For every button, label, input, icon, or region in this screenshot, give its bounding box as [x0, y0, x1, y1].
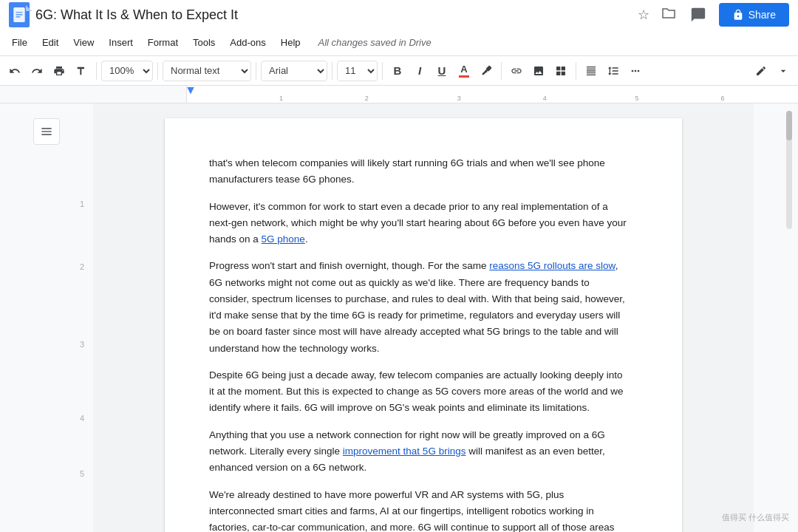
folder-icon[interactable] [658, 4, 679, 25]
doc-page: that's when telecom companies will likel… [165, 118, 682, 532]
highlight-button[interactable] [476, 61, 497, 81]
ruler: 1 2 3 4 5 6 7 [186, 86, 798, 103]
line-spacing-button[interactable] [603, 61, 624, 81]
scrollbar-thumb[interactable] [786, 111, 792, 140]
ruler-mark-4: 4 [543, 95, 547, 102]
menu-help[interactable]: Help [275, 34, 307, 51]
toolbar-divider-5 [382, 62, 383, 80]
doc-area[interactable]: that's when telecom companies will likel… [93, 103, 754, 532]
main-layout: 1 2 3 4 5 that's when telecom companies … [0, 103, 798, 532]
line-number-1: 1 [80, 200, 84, 208]
toolbar-divider-6 [501, 62, 502, 80]
paragraph-3: Progress won't start and finish overnigh… [209, 258, 630, 357]
right-panel [754, 103, 798, 532]
link-improvement[interactable]: improvement that 5G brings [343, 446, 466, 457]
undo-button[interactable] [4, 61, 25, 81]
insert-image-button[interactable] [528, 61, 549, 81]
left-panel: 1 2 3 4 5 [0, 103, 93, 532]
ruler-mark-2: 2 [365, 95, 369, 102]
menu-addons[interactable]: Add-ons [224, 34, 271, 51]
ruler-mark-6: 6 [721, 95, 725, 102]
title-bar: 6G: What It Is & When to Expect It ☆ Sha… [0, 0, 798, 30]
link-button[interactable] [506, 61, 527, 81]
outline-icon-button[interactable] [33, 118, 60, 145]
paint-format-button[interactable] [71, 61, 92, 81]
ruler-mark-5: 5 [635, 95, 639, 102]
svg-rect-5 [562, 66, 565, 70]
link-5g-phone[interactable]: 5G phone [262, 233, 305, 245]
svg-rect-4 [556, 66, 560, 70]
redo-button[interactable] [27, 61, 47, 81]
ruler-mark-1: 1 [279, 95, 283, 102]
menu-insert[interactable]: Insert [103, 34, 139, 51]
ruler-left-margin [0, 86, 93, 103]
line-number-5: 5 [80, 469, 84, 478]
scrollbar[interactable] [786, 111, 792, 229]
menu-tools[interactable]: Tools [187, 34, 221, 51]
line-number-2: 2 [80, 262, 84, 271]
ruler-container: 1 2 3 4 5 6 7 [0, 86, 798, 103]
toolbar-divider-7 [576, 62, 576, 80]
ruler-handle-left[interactable] [187, 87, 194, 95]
comment-button[interactable] [685, 1, 712, 28]
underline-button[interactable]: U [432, 61, 452, 81]
header-right: Share [685, 1, 789, 28]
menu-view[interactable]: View [67, 34, 100, 51]
svg-rect-1 [16, 12, 22, 13]
bold-button[interactable]: B [387, 61, 408, 81]
insert-image2-button[interactable] [550, 61, 571, 81]
print-button[interactable] [49, 61, 69, 81]
align-button[interactable] [581, 61, 601, 81]
zoom-select[interactable]: 100% 75% 50% 125% 150% [101, 61, 153, 81]
text-color-button[interactable]: A [454, 61, 474, 81]
line-number-3: 3 [80, 340, 84, 349]
svg-rect-2 [16, 14, 22, 15]
menu-file[interactable]: File [6, 34, 33, 51]
star-icon[interactable]: ☆ [635, 4, 652, 26]
paragraph-5: Anything that you use a network connecti… [209, 427, 630, 477]
font-select[interactable]: Arial Times New Roman Courier New [261, 61, 327, 81]
toolbar-divider-4 [332, 62, 332, 80]
share-label: Share [748, 9, 776, 21]
line-number-4: 4 [80, 414, 84, 423]
menu-bar: File Edit View Insert Format Tools Add-o… [0, 30, 798, 56]
chevron-down-button[interactable] [773, 61, 794, 81]
toolbar: 100% 75% 50% 125% 150% Normal text Title… [0, 56, 798, 86]
toolbar-divider-2 [157, 62, 158, 80]
ruler-mark-3: 3 [457, 95, 461, 102]
paragraph-2: However, it's common for work to start e… [209, 199, 630, 248]
paragraph-4: Despite 6G being just a decade away, few… [209, 367, 630, 417]
doc-title: 6G: What It Is & When to Expect It [35, 7, 629, 23]
toolbar-divider-3 [256, 62, 256, 80]
svg-rect-6 [556, 71, 560, 75]
toolbar-divider-1 [96, 62, 97, 80]
doc-icon [9, 2, 30, 27]
pen-edit-button[interactable] [751, 61, 771, 81]
menu-edit[interactable]: Edit [36, 34, 64, 51]
font-size-select[interactable]: 11 8 10 12 14 18 24 36 [337, 61, 378, 81]
svg-rect-3 [16, 16, 20, 17]
paragraph-1: that's when telecom companies will likel… [209, 155, 630, 188]
svg-rect-7 [562, 71, 565, 75]
autosave-status: All changes saved in Drive [318, 37, 432, 48]
watermark: 值得买 什么值得买 [722, 512, 789, 523]
share-button[interactable]: Share [719, 3, 789, 27]
watermark-text: 值得买 [722, 513, 746, 522]
menu-format[interactable]: Format [142, 34, 184, 51]
paragraph-6: We're already destined to have more powe… [209, 487, 630, 532]
style-select[interactable]: Normal text Title Heading 1 Heading 2 He… [163, 61, 251, 81]
more-button[interactable] [625, 61, 646, 81]
link-reasons[interactable]: reasons 5G rollouts are slow [489, 260, 615, 271]
italic-button[interactable]: I [409, 61, 430, 81]
